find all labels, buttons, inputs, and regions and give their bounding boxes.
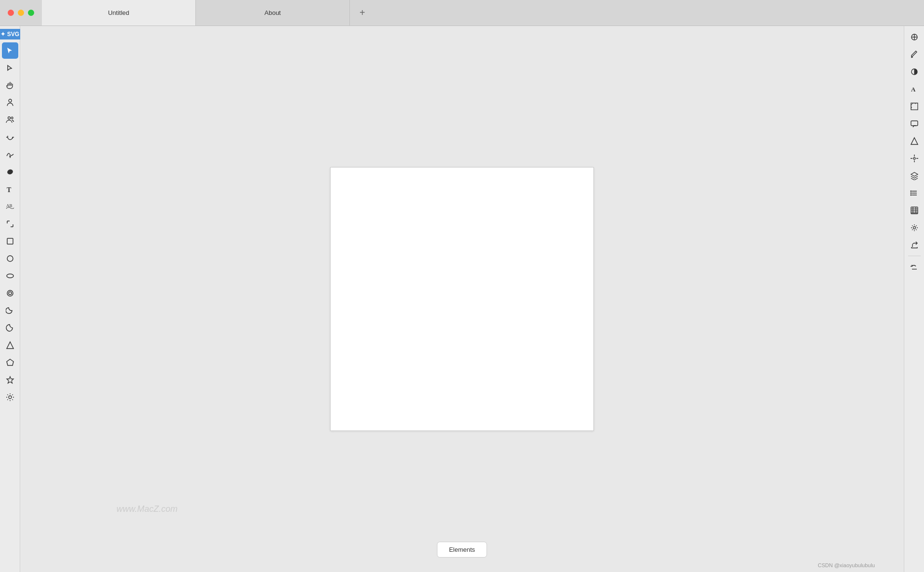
ellipse-tool[interactable] <box>2 268 18 284</box>
columns-tool[interactable] <box>906 202 923 219</box>
svg-point-1 <box>8 117 10 119</box>
svg-point-0 <box>9 99 12 102</box>
people-tool[interactable] <box>2 112 18 128</box>
bottom-panel: Elements <box>437 542 487 558</box>
star-tool[interactable] <box>2 372 18 388</box>
svg-point-3 <box>6 169 13 175</box>
select-tool[interactable] <box>2 42 18 59</box>
elements-button[interactable]: Elements <box>437 542 487 558</box>
attribution-text: CSDN @xiaoyubulubulu <box>818 562 875 568</box>
svg-point-8 <box>7 274 13 278</box>
svg-text:AB: AB <box>6 203 13 208</box>
left-toolbar: ✦ SVG <box>0 26 20 572</box>
close-button[interactable] <box>8 10 14 16</box>
svg-point-26 <box>913 227 915 229</box>
crop-tool[interactable] <box>2 216 18 232</box>
pen-tool[interactable] <box>906 46 923 63</box>
right-separator <box>908 256 921 256</box>
frame-tool[interactable] <box>906 98 923 115</box>
person-tool[interactable] <box>2 94 18 111</box>
tab-about[interactable]: About <box>196 0 350 26</box>
svg-point-2 <box>11 117 13 119</box>
svg-marker-11 <box>7 342 13 349</box>
canvas-area: www.MacZ.com Elements CSDN @xiaoyubulubu… <box>20 26 904 572</box>
window-controls <box>0 0 42 26</box>
svg-text:T: T <box>7 186 12 194</box>
list-tool[interactable] <box>906 185 923 201</box>
svg-point-16 <box>911 69 917 75</box>
rectangle-tool[interactable] <box>2 233 18 249</box>
ring-tool[interactable] <box>2 285 18 301</box>
pentagon-tool[interactable] <box>2 354 18 371</box>
svg-point-24 <box>911 195 911 195</box>
svg-point-22 <box>911 191 911 192</box>
svg-badge-label: SVG <box>7 31 19 38</box>
title-bar: Untitled About + <box>0 0 924 26</box>
svg-point-14 <box>9 396 12 399</box>
maximize-button[interactable] <box>28 10 34 16</box>
svg-point-7 <box>7 256 13 261</box>
minimize-button[interactable] <box>18 10 24 16</box>
contrast-tool[interactable] <box>906 64 923 80</box>
direct-select-tool[interactable] <box>2 60 18 76</box>
right-toolbar: A <box>904 26 924 572</box>
tab-bar: Untitled About + <box>42 0 924 26</box>
watermark: www.MacZ.com <box>116 504 178 514</box>
svg-rect-19 <box>911 121 918 126</box>
hand-tool[interactable] <box>2 77 18 93</box>
loop-tool[interactable] <box>2 129 18 145</box>
main-area: ✦ SVG <box>0 26 924 572</box>
svg-rect-25 <box>911 207 918 214</box>
tab-untitled[interactable]: Untitled <box>42 0 196 26</box>
comment-tool[interactable] <box>906 116 923 132</box>
moon-tool[interactable] <box>2 302 18 319</box>
svg-point-15 <box>911 34 917 40</box>
wave-tool[interactable] <box>2 146 18 163</box>
circle-tool[interactable] <box>2 250 18 267</box>
crescent-tool[interactable] <box>2 320 18 336</box>
settings-tool[interactable] <box>906 220 923 236</box>
svg-marker-13 <box>7 377 13 383</box>
delta-tool[interactable] <box>906 133 923 149</box>
svg-point-23 <box>911 193 911 194</box>
svg-marker-12 <box>7 359 13 365</box>
svg-point-9 <box>7 290 13 296</box>
undo-history-tool[interactable] <box>906 259 923 275</box>
layers-tool[interactable] <box>906 168 923 184</box>
blob-tool[interactable] <box>2 164 18 180</box>
gear-tool[interactable] <box>2 389 18 405</box>
style-tool[interactable] <box>906 29 923 45</box>
svg-badge[interactable]: ✦ SVG <box>0 29 23 39</box>
canvas[interactable] <box>330 167 594 431</box>
typography-tool[interactable]: A <box>906 81 923 97</box>
transform-tool[interactable] <box>906 150 923 167</box>
text-path-tool[interactable]: AB <box>2 198 18 215</box>
svg-point-21 <box>913 157 915 159</box>
svg-point-10 <box>9 292 12 295</box>
text-tool[interactable]: T <box>2 181 18 197</box>
svg-rect-6 <box>7 238 13 244</box>
add-tab-button[interactable]: + <box>350 0 375 26</box>
svg-rect-18 <box>911 103 918 110</box>
triangle-tool[interactable] <box>2 337 18 353</box>
svg-badge-icon: ✦ <box>0 31 5 38</box>
svg-marker-20 <box>911 138 918 144</box>
svg-text:A: A <box>911 86 916 93</box>
export-tool[interactable] <box>906 237 923 253</box>
